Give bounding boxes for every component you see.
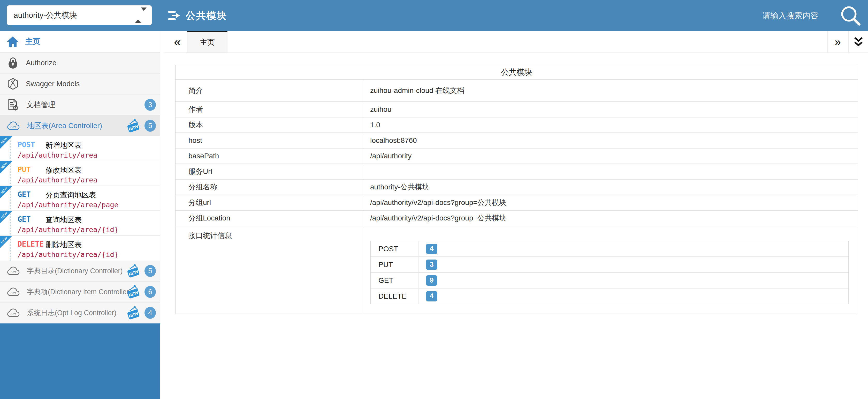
tabs-collapse-all-button[interactable]	[849, 31, 868, 53]
row-value: /api/authority	[363, 148, 858, 164]
operation-path: /api/authority/area/{id}	[18, 251, 118, 258]
table-row: 作者 zuihou	[176, 102, 858, 117]
operation-post-add-area[interactable]: NEW POST 新增地区表 /api/authority/area	[0, 136, 160, 161]
top-header-bar: authority-公共模块 公共模块	[0, 0, 868, 31]
stats-count-badge: 4	[426, 244, 437, 254]
stats-row: DELETE 4	[371, 288, 848, 304]
stats-row: PUT 3	[371, 257, 848, 273]
sidebar-item-label: 主页	[25, 36, 40, 47]
table-row: 简介 zuihou-admin-cloud 在线文档	[176, 80, 858, 102]
table-row: 分组名称 authority-公共模块	[176, 179, 858, 195]
stats-row: POST 4	[371, 241, 848, 257]
sidebar-item-dictionary-controller[interactable]: API 字典目录(Dictionary Controller) NEW 5	[0, 261, 160, 282]
api-group-select[interactable]: authority-公共模块	[7, 5, 152, 25]
sidebar-item-authorize[interactable]: Authorize	[0, 53, 160, 74]
tabs-scroll-right-button[interactable]: »	[828, 31, 848, 53]
row-label: 分组名称	[176, 179, 363, 195]
http-method-label: PUT	[18, 165, 31, 174]
row-label: 简介	[176, 80, 363, 102]
api-count-badge: 4	[145, 307, 156, 319]
sidebar-item-area-controller[interactable]: API 地区表(Area Controller) NEW 5	[0, 115, 160, 136]
select-arrows-icon	[135, 11, 147, 20]
sidebar: 主页 Authorize Swagger Models	[0, 31, 160, 323]
double-chevron-down-icon	[852, 36, 864, 48]
operation-list: NEW POST 新增地区表 /api/authority/area NEW P…	[0, 136, 160, 261]
stats-method-label: PUT	[371, 257, 419, 272]
tabs-scroll-left-button[interactable]: «	[169, 31, 185, 53]
operation-delete-area[interactable]: NEW DELETE 删除地区表 /api/authority/area/{id…	[0, 236, 160, 261]
sidebar-item-opt-log-controller[interactable]: API 系统日志(Opt Log Controller) NEW 4	[0, 303, 160, 323]
operation-name: 新增地区表	[45, 141, 82, 150]
sidebar-item-home[interactable]: 主页	[0, 31, 160, 53]
http-method-label: POST	[18, 141, 35, 149]
operation-path: /api/authority/area	[18, 176, 97, 184]
row-label: 分组Location	[176, 210, 363, 226]
new-ribbon-icon: NEW	[0, 161, 12, 174]
http-method-label: DELETE	[18, 240, 44, 248]
new-tag-icon: NEW	[126, 306, 141, 320]
tab-home[interactable]: 主页	[187, 31, 227, 53]
operation-put-edit-area[interactable]: NEW PUT 修改地区表 /api/authority/area	[0, 161, 160, 186]
api-group-select-value: authority-公共模块	[14, 10, 77, 21]
operation-name: 删除地区表	[45, 240, 82, 250]
new-ribbon-icon: NEW	[0, 211, 12, 223]
operation-path: /api/authority/area	[18, 151, 97, 159]
sidebar-item-label: 字典目录(Dictionary Controller)	[27, 266, 123, 276]
stats-count-badge: 3	[426, 259, 437, 270]
lock-icon	[7, 57, 19, 69]
sidebar-item-doc-manage[interactable]: 文档管理 3	[0, 94, 160, 115]
row-label: 作者	[176, 102, 363, 117]
new-tag-icon: NEW	[126, 285, 141, 299]
operation-path: /api/authority/area/page	[18, 201, 118, 209]
module-info-table: 公共模块 简介 zuihou-admin-cloud 在线文档 作者 zuiho…	[175, 65, 858, 314]
http-method-label: GET	[18, 215, 31, 224]
stats-cell: POST 4 PUT 3 GET 9 DELETE 4	[363, 226, 858, 314]
new-ribbon-icon: NEW	[0, 186, 12, 198]
operation-get-page-area[interactable]: NEW GET 分页查询地区表 /api/authority/area/page	[0, 186, 160, 211]
table-row: host localhost:8760	[176, 133, 858, 148]
sidebar-item-label: Authorize	[26, 59, 56, 67]
sidebar-item-label: 文档管理	[26, 100, 55, 110]
tab-strip: « 主页 »	[164, 31, 868, 53]
cloud-api-icon: API	[7, 121, 20, 131]
svg-text:API: API	[10, 269, 16, 274]
stats-row: GET 9	[371, 273, 848, 288]
operation-get-area-by-id[interactable]: NEW GET 查询地区表 /api/authority/area/{id}	[0, 211, 160, 236]
svg-text:API: API	[10, 124, 16, 129]
cloud-api-icon: API	[7, 287, 20, 297]
sidebar-item-swagger-models[interactable]: Swagger Models	[0, 74, 160, 94]
operation-name: 分页查询地区表	[45, 190, 96, 200]
svg-text:API: API	[10, 291, 16, 294]
row-value: localhost:8760	[363, 133, 858, 148]
cloud-api-icon: API	[7, 266, 20, 276]
stats-method-label: POST	[371, 241, 419, 256]
operation-name: 修改地区表	[45, 165, 82, 175]
new-tag-icon: NEW	[126, 264, 141, 278]
app-title: 公共模块	[167, 0, 227, 31]
document-gear-icon	[7, 98, 20, 111]
search-input[interactable]	[658, 8, 819, 24]
page-title: 公共模块	[186, 9, 227, 22]
row-value: authority-公共模块	[363, 179, 858, 195]
operation-path: /api/authority/area/{id}	[18, 226, 118, 234]
stats-method-label: GET	[371, 273, 419, 288]
table-row: 分组url /api/authority/v2/api-docs?group=公…	[176, 195, 858, 210]
api-count-badge: 3	[145, 99, 156, 111]
row-value	[363, 164, 858, 179]
sidebar-item-label: 地区表(Area Controller)	[27, 121, 102, 131]
method-stats-table: POST 4 PUT 3 GET 9 DELETE 4	[370, 240, 849, 304]
sidebar-item-dictionary-item-controller[interactable]: API 字典项(Dictionary Item Controller) NEW …	[0, 282, 160, 303]
table-row-stats: 接口统计信息 POST 4 PUT 3 GET 9	[176, 226, 858, 314]
row-label: host	[176, 133, 363, 148]
row-label: 服务Url	[176, 164, 363, 179]
table-title: 公共模块	[176, 65, 858, 80]
stats-count-badge: 4	[426, 291, 437, 302]
home-icon	[7, 36, 19, 47]
align-arrow-icon	[167, 10, 180, 21]
row-label: 接口统计信息	[176, 226, 363, 314]
table-row: 分组Location /api/authority/v2/api-docs?gr…	[176, 210, 858, 226]
sidebar-item-label: 系统日志(Opt Log Controller)	[27, 308, 117, 317]
search-icon[interactable]	[839, 4, 862, 27]
sidebar-item-label: 字典项(Dictionary Item Controller)	[27, 287, 131, 296]
cloud-api-icon: API	[7, 308, 20, 318]
